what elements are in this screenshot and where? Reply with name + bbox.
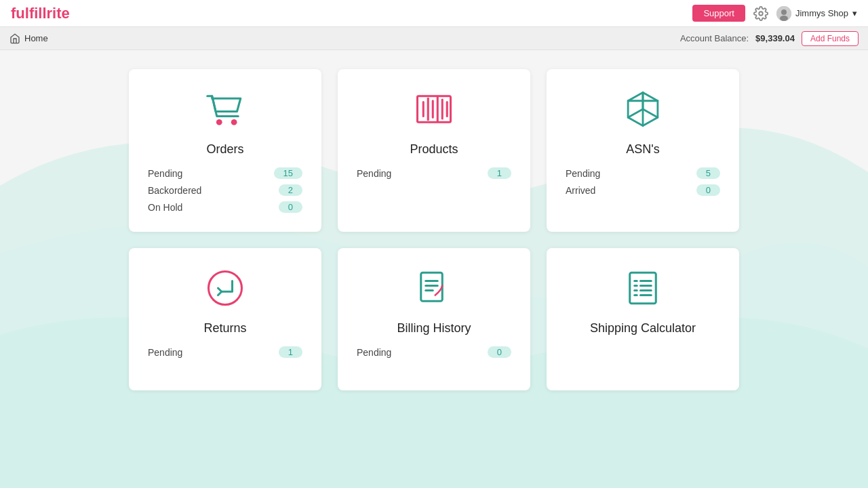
card-title-asns: ASN's	[566, 142, 720, 157]
balance-label: Account Balance:	[680, 33, 749, 43]
card-icon-products	[357, 85, 511, 133]
stat-label: Backordered	[148, 185, 201, 196]
stat-badge: 15	[274, 167, 302, 179]
add-funds-button[interactable]: Add Funds	[802, 31, 859, 46]
user-name: Jimmys Shop	[795, 8, 848, 18]
stat-row: Arrived 0	[566, 184, 720, 196]
card-icon-billing	[357, 264, 511, 312]
gear-icon[interactable]	[753, 6, 768, 21]
card-title-products: Products	[357, 142, 511, 157]
breadcrumb-bar: Home Account Balance: $9,339.04 Add Fund…	[0, 27, 868, 50]
card-products[interactable]: Products Pending 1	[338, 69, 530, 232]
user-menu[interactable]: Jimmys Shop ▾	[776, 6, 857, 21]
support-button[interactable]: Support	[692, 5, 745, 22]
stat-row: Pending 0	[357, 346, 511, 358]
breadcrumb-home[interactable]: Home	[24, 33, 48, 43]
card-icon-returns	[148, 264, 302, 312]
stat-row: On Hold 0	[148, 201, 302, 213]
stat-row: Pending 5	[566, 167, 720, 179]
card-shipping[interactable]: Shipping Calculator	[547, 248, 739, 390]
stat-label: Arrived	[566, 185, 595, 196]
stat-label: Pending	[148, 347, 182, 358]
stat-badge: 1	[488, 167, 511, 179]
card-title-billing: Billing History	[357, 321, 511, 336]
svg-rect-14	[421, 272, 443, 301]
user-avatar	[776, 6, 791, 21]
stat-badge: 2	[279, 184, 302, 196]
stat-row: Backordered 2	[148, 184, 302, 196]
stat-row: Pending 15	[148, 167, 302, 179]
stat-label: Pending	[566, 168, 600, 179]
stat-badge: 0	[696, 184, 720, 196]
header: fulfillrite Support Jimmys Shop ▾	[0, 0, 868, 27]
card-orders[interactable]: Orders Pending 15 Backordered 2 On Hold …	[129, 69, 321, 232]
card-billing[interactable]: Billing History Pending 0	[338, 248, 530, 390]
svg-point-5	[231, 119, 237, 125]
header-right: Support Jimmys Shop ▾	[692, 5, 857, 22]
svg-point-2	[781, 9, 787, 15]
home-icon	[9, 33, 20, 44]
card-title-shipping: Shipping Calculator	[566, 321, 720, 336]
stat-label: Pending	[357, 168, 391, 179]
stat-row: Pending 1	[357, 167, 511, 179]
logo-text: fulfillrite	[11, 5, 70, 22]
card-asns[interactable]: ASN's Pending 5 Arrived 0	[547, 69, 739, 232]
main-content: Orders Pending 15 Backordered 2 On Hold …	[102, 50, 766, 409]
svg-point-4	[216, 119, 222, 125]
user-chevron-icon: ▾	[852, 8, 857, 18]
account-balance-area: Account Balance: $9,339.04 Add Funds	[680, 31, 859, 46]
svg-point-3	[780, 16, 788, 21]
card-title-returns: Returns	[148, 321, 302, 336]
svg-rect-18	[630, 272, 656, 304]
stat-badge: 1	[279, 346, 302, 358]
card-icon-shipping	[566, 264, 720, 312]
stat-row: Pending 1	[148, 346, 302, 358]
logo: fulfillrite	[11, 5, 70, 22]
stat-badge: 0	[488, 346, 511, 358]
card-title-orders: Orders	[148, 142, 302, 157]
card-icon-asns	[566, 85, 720, 133]
svg-point-13	[209, 272, 242, 305]
stat-label: Pending	[357, 347, 391, 358]
stat-label: On Hold	[148, 202, 182, 213]
card-returns[interactable]: Returns Pending 1	[129, 248, 321, 390]
stat-badge: 5	[696, 167, 720, 179]
svg-point-0	[759, 12, 763, 16]
stat-badge: 0	[279, 201, 302, 213]
card-icon-orders	[148, 85, 302, 133]
stat-label: Pending	[148, 168, 182, 179]
balance-amount: $9,339.04	[755, 33, 795, 43]
